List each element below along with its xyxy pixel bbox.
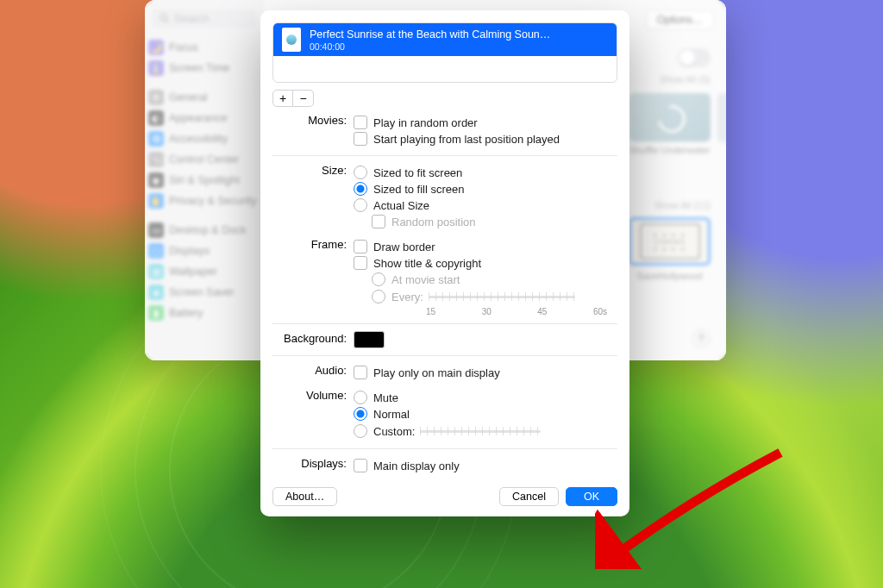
about-button[interactable]: About… <box>272 487 337 506</box>
label-audio: Audio: <box>272 363 354 377</box>
checkbox-resume-position[interactable] <box>354 132 367 146</box>
radio-size-fit[interactable] <box>354 166 367 179</box>
slider-tick-labels: 15304560s <box>426 307 607 316</box>
label-background: Background: <box>272 331 354 345</box>
label-size: Size: <box>272 163 354 177</box>
cancel-button[interactable]: Cancel <box>499 487 559 506</box>
movie-title: Perfect Sunrise at the Beach with Calmin… <box>310 28 550 41</box>
background-color-swatch[interactable] <box>354 331 385 348</box>
radio-volume-custom[interactable] <box>354 424 367 438</box>
movie-list[interactable]: Perfect Sunrise at the Beach with Calmin… <box>272 22 617 83</box>
radio-volume-mute[interactable] <box>354 391 367 404</box>
radio-every <box>372 290 385 303</box>
savehollywood-options-sheet: Perfect Sunrise at the Beach with Calmin… <box>260 10 629 516</box>
volume-slider[interactable] <box>420 423 541 439</box>
radio-at-movie-start <box>372 272 385 286</box>
label-volume: Volume: <box>272 388 354 402</box>
ok-button[interactable]: OK <box>566 487 617 506</box>
movie-file-icon <box>282 28 301 52</box>
radio-size-fill[interactable] <box>354 182 367 196</box>
radio-size-actual[interactable] <box>354 198 367 212</box>
movie-duration: 00:40:00 <box>310 41 550 52</box>
movie-list-row-selected[interactable]: Perfect Sunrise at the Beach with Calmin… <box>273 23 617 56</box>
checkbox-main-display-only[interactable] <box>354 459 367 472</box>
label-movies: Movies: <box>272 113 354 127</box>
checkbox-audio-main[interactable] <box>354 366 367 379</box>
checkbox-draw-border[interactable] <box>354 240 367 253</box>
checkbox-random-order[interactable] <box>354 116 367 129</box>
radio-volume-normal[interactable] <box>354 407 367 421</box>
label-displays: Displays: <box>272 456 354 470</box>
add-movie-button[interactable]: + <box>272 90 293 107</box>
every-interval-slider <box>429 289 575 304</box>
checkbox-random-position <box>372 215 385 228</box>
checkbox-show-title[interactable] <box>354 256 367 270</box>
remove-movie-button[interactable]: − <box>293 90 314 107</box>
label-frame: Frame: <box>272 237 354 251</box>
